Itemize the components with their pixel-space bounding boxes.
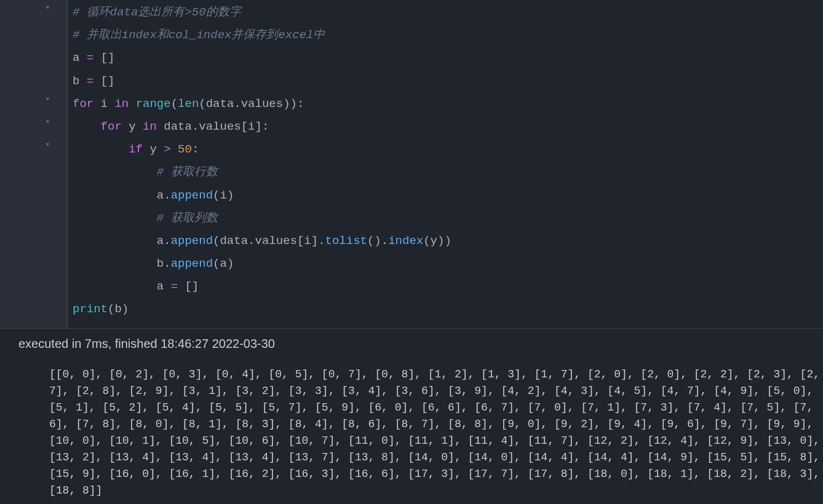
fold-marker: [0, 162, 66, 184]
fold-marker: [0, 185, 66, 208]
code-comment: # 并取出index和col_index并保存到excel中: [73, 25, 325, 46]
fold-marker: [0, 253, 66, 276]
execution-status: executed in 7ms, finished 18:46:27 2022-…: [0, 328, 823, 359]
code-editor[interactable]: # 循环data选出所有>50的数字 # 并取出index和col_index并…: [66, 0, 823, 328]
code-cell: ▾ ▾ ▾ ▾ # 循环data选出所有>50的数字 # 并取出index和co…: [0, 0, 823, 328]
fold-marker: [0, 208, 66, 230]
fold-marker: [0, 25, 66, 47]
execution-text: executed in 7ms, finished 18:46:27 2022-…: [18, 337, 275, 350]
fold-marker[interactable]: ▾: [0, 139, 66, 162]
fold-marker: [0, 71, 66, 93]
code-comment: # 获取行数: [157, 162, 218, 183]
output-text: [[0, 0], [0, 2], [0, 3], [0, 4], [0, 5],…: [49, 368, 823, 497]
fold-marker[interactable]: ▾: [0, 93, 66, 116]
fold-marker: [0, 47, 66, 70]
fold-marker: [0, 299, 66, 321]
fold-marker[interactable]: ▾: [0, 2, 66, 25]
fold-marker: [0, 276, 66, 299]
fold-marker: [0, 230, 66, 253]
fold-marker[interactable]: ▾: [0, 116, 66, 139]
code-comment: # 循环data选出所有>50的数字: [73, 2, 241, 23]
output-area: [[0, 0], [0, 2], [0, 3], [0, 4], [0, 5],…: [0, 359, 823, 504]
code-comment: # 获取列数: [157, 208, 218, 229]
gutter: ▾ ▾ ▾ ▾: [0, 0, 66, 328]
